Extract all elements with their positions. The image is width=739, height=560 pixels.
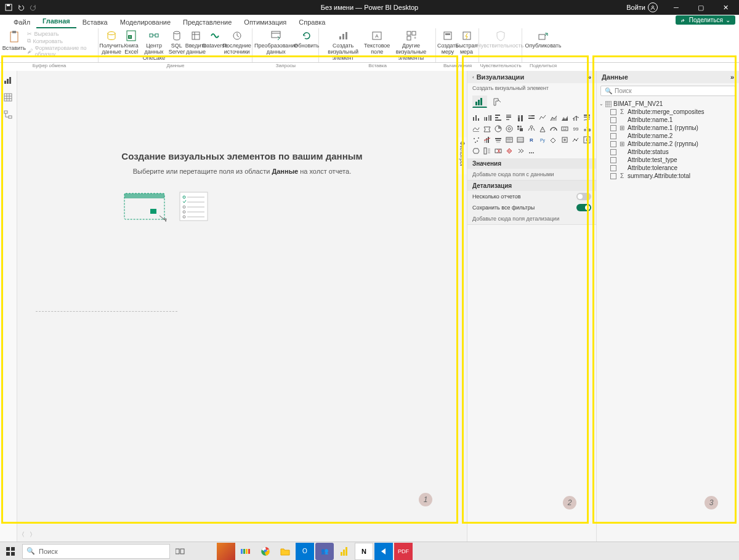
recent-button[interactable]: Последние источники xyxy=(224,30,249,55)
outlook-icon[interactable]: O xyxy=(296,543,314,560)
expand-icon[interactable]: » xyxy=(730,73,734,81)
task-view-icon[interactable] xyxy=(171,543,190,560)
field-item[interactable]: ΣAttribute:merge_composites xyxy=(599,108,737,116)
share-button[interactable]: Поделиться ⌄ xyxy=(676,15,735,25)
filters-pane-collapsed[interactable]: Фильтры xyxy=(457,137,467,174)
sensitivity-button[interactable]: Чувствительность xyxy=(482,30,519,49)
viz-type-21[interactable] xyxy=(582,124,592,134)
viz-type-25[interactable] xyxy=(504,135,514,145)
textbox-button[interactable]: AТекстовое поле xyxy=(365,30,389,55)
app-icon-2[interactable] xyxy=(236,543,255,560)
tab-home[interactable]: Главная xyxy=(36,15,76,28)
undo-icon[interactable] xyxy=(17,4,25,11)
viz-type-26[interactable] xyxy=(515,135,525,145)
new-visual-button[interactable]: Создать визуальный элемент xyxy=(321,30,365,62)
tab-optimize[interactable]: Оптимизация xyxy=(238,16,293,28)
build-visual-tab[interactable] xyxy=(472,95,487,108)
keep-filters-toggle[interactable] xyxy=(576,204,591,211)
tab-file[interactable]: Файл xyxy=(7,16,36,28)
excel-button[interactable]: XКнига Excel xyxy=(122,30,140,55)
table-view-icon[interactable] xyxy=(4,93,14,103)
field-checkbox[interactable] xyxy=(610,165,616,171)
viz-type-5[interactable] xyxy=(527,113,536,123)
refresh-button[interactable]: Обновить xyxy=(297,30,316,49)
viz-type-8[interactable] xyxy=(560,113,570,123)
viz-type-38[interactable] xyxy=(527,146,536,156)
report-canvas[interactable]: Создание визуальных элементов по вашим д… xyxy=(17,71,467,545)
field-checkbox[interactable] xyxy=(610,125,616,131)
sql-button[interactable]: SQL Server xyxy=(168,30,186,55)
field-checkbox[interactable] xyxy=(610,133,616,139)
viz-type-19[interactable]: 12 xyxy=(560,124,570,134)
cut-button[interactable]: ✂Вырезать xyxy=(26,31,95,37)
viz-type-17[interactable] xyxy=(538,124,547,134)
viz-type-4[interactable] xyxy=(515,113,525,123)
viz-type-1[interactable] xyxy=(482,113,492,123)
values-dropzone[interactable]: Добавьте сюда поля с данными xyxy=(467,169,596,181)
dataverse-button[interactable]: Dataverse xyxy=(206,30,224,49)
field-checkbox[interactable] xyxy=(610,117,616,123)
onelake-button[interactable]: Центр данных OneLake xyxy=(140,30,168,62)
chrome-icon[interactable] xyxy=(256,543,275,560)
tab-insert[interactable]: Вставка xyxy=(76,16,114,28)
tab-view[interactable]: Представление xyxy=(177,16,238,28)
viz-type-16[interactable] xyxy=(527,124,536,134)
field-item[interactable]: Attribute:name.2 xyxy=(599,132,737,140)
field-checkbox[interactable] xyxy=(610,109,616,115)
signin-button[interactable]: Войти xyxy=(621,2,663,12)
format-visual-tab[interactable] xyxy=(490,95,504,108)
viz-type-35[interactable] xyxy=(493,146,503,156)
page-tabs[interactable]: 〈 〉 xyxy=(18,529,36,540)
redo-icon[interactable] xyxy=(30,4,37,11)
field-checkbox[interactable] xyxy=(610,141,616,147)
viz-type-0[interactable] xyxy=(471,113,481,123)
app-icon-1[interactable] xyxy=(217,543,235,560)
viz-type-7[interactable] xyxy=(549,113,559,123)
viz-type-12[interactable] xyxy=(482,124,492,134)
viz-type-6[interactable] xyxy=(538,113,547,123)
drill-dropzone[interactable]: Добавьте сюда поля детализации xyxy=(467,213,596,225)
viz-type-36[interactable] xyxy=(504,146,514,156)
viz-type-15[interactable] xyxy=(515,124,525,134)
viz-type-14[interactable] xyxy=(504,124,514,134)
viz-type-30[interactable] xyxy=(560,135,570,145)
viz-type-32[interactable]: Σ xyxy=(582,135,592,145)
search-input[interactable]: 🔍 Поиск xyxy=(600,86,735,96)
field-item[interactable]: ⊞Attribute:name.2 (группы) xyxy=(599,140,737,148)
format-painter-button[interactable]: 🖌Форматирование по образцу xyxy=(26,45,95,57)
table-node[interactable]: ⌄ BIMAT_FM_NV21 xyxy=(599,100,737,108)
field-checkbox[interactable] xyxy=(610,149,616,155)
save-icon[interactable] xyxy=(5,4,12,11)
viz-type-10[interactable] xyxy=(582,113,592,123)
publish-button[interactable]: Опубликовать xyxy=(525,30,562,49)
teams-icon[interactable]: 👥 xyxy=(315,543,334,560)
viz-type-34[interactable] xyxy=(482,146,492,156)
new-measure-button[interactable]: Создать меру xyxy=(438,30,457,55)
transform-button[interactable]: Преобразование данных xyxy=(255,30,297,55)
viz-type-3[interactable] xyxy=(504,113,514,123)
vscode-icon[interactable] xyxy=(374,543,393,560)
viz-type-33[interactable] xyxy=(471,146,481,156)
viz-type-20[interactable]: 99 xyxy=(571,124,581,134)
viz-type-9[interactable] xyxy=(571,113,581,123)
field-item[interactable]: Attribute:test_type xyxy=(599,156,737,164)
model-view-icon[interactable] xyxy=(4,110,14,120)
maximize-button[interactable]: ▢ xyxy=(690,0,712,15)
viz-pane-header[interactable]: ‹Визуализации » xyxy=(467,71,596,83)
field-checkbox[interactable] xyxy=(610,157,616,163)
field-item[interactable]: Attribute:status xyxy=(599,148,737,156)
field-item[interactable]: Attribute:tolerance xyxy=(599,164,737,172)
quick-measure-button[interactable]: Быстрая мера xyxy=(457,30,476,55)
tab-help[interactable]: Справка xyxy=(293,16,331,28)
notion-icon[interactable]: N xyxy=(355,543,373,560)
explorer-icon[interactable] xyxy=(276,543,294,560)
cross-report-toggle[interactable] xyxy=(576,193,591,200)
pdf-icon[interactable]: PDF xyxy=(394,543,413,560)
viz-type-28[interactable]: Py xyxy=(538,135,547,145)
viz-type-24[interactable] xyxy=(493,135,503,145)
report-view-icon[interactable] xyxy=(4,76,14,86)
viz-type-2[interactable] xyxy=(493,113,503,123)
tab-modeling[interactable]: Моделирование xyxy=(114,16,177,28)
viz-type-29[interactable] xyxy=(549,135,559,145)
viz-type-23[interactable] xyxy=(482,135,492,145)
